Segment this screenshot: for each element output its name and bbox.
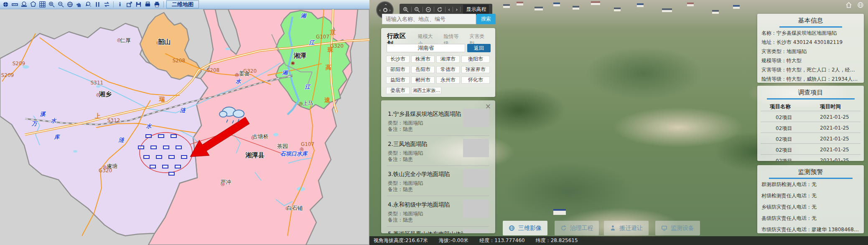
monitor-warning-panel: 监测预警 群测群防检测人电话：无 村级检测责任人电话：无 乡镇防灾责任人电话：无… [757, 165, 864, 233]
show-elevation-button[interactable]: 显示高程 [463, 5, 489, 14]
measure-distance-icon[interactable] [11, 1, 19, 8]
city-button[interactable]: 张家界市 [461, 66, 490, 73]
list-item-thumbnail[interactable] [463, 109, 489, 127]
city-button[interactable]: 永州市 [436, 77, 460, 84]
status-bar: 视角海拔高度:216.67米 海拔:-0.00米 经度：113.777460 纬… [369, 236, 868, 245]
monitor-row: 市级防灾责任人电话：廖建华 13808468606 [757, 226, 864, 233]
city-button[interactable]: 衡阳市 [461, 56, 490, 63]
monitor-row: 村级检测责任人电话：无 [757, 192, 864, 199]
place-label: 湘潭县 [246, 151, 265, 159]
city-button[interactable]: 益阳市 [386, 77, 410, 84]
zoom-in-icon[interactable] [403, 7, 409, 13]
pan-center-ring[interactable] [383, 8, 387, 12]
circle-minus-icon[interactable] [425, 7, 431, 13]
city-button[interactable]: 常德市 [436, 66, 460, 73]
info-icon[interactable]: i [116, 1, 124, 8]
refresh-icon [560, 225, 567, 231]
rotate-reset-icon[interactable] [437, 7, 443, 13]
svg-text:i: i [119, 1, 121, 8]
list-item-thumbnail[interactable] [463, 229, 489, 233]
list-item-title[interactable]: 2.三凤地面塌陷 [388, 140, 427, 148]
expressway-label: 速 [324, 97, 330, 104]
column-header: 项目名称 [770, 103, 791, 110]
list-item-thumbnail[interactable] [463, 139, 489, 157]
mode-button-label: 治理工程 [570, 225, 593, 232]
road-label: S312 [107, 117, 120, 123]
measure-polygon-icon[interactable] [29, 1, 37, 8]
city-button[interactable]: 湘潭市 [436, 56, 460, 63]
layers-icon[interactable] [2, 1, 10, 8]
mode-button-3d-imagery[interactable]: 三维影像 [503, 221, 547, 235]
save-icon[interactable] [135, 1, 143, 8]
city-button[interactable]: 郴州市 [411, 77, 435, 84]
mode-button-monitor-devices[interactable]: 监测设备 [655, 221, 700, 235]
city-button[interactable]: 长沙市 [386, 56, 410, 63]
table-cell[interactable]: 02项目 [776, 136, 792, 143]
mode-button-label: 监测设备 [671, 225, 694, 232]
printer-icon[interactable] [153, 1, 161, 8]
globe-icon[interactable] [66, 1, 74, 8]
table-cell[interactable]: 02项目 [776, 114, 792, 121]
pan-hand-icon[interactable] [75, 1, 83, 8]
city-button[interactable]: 娄底市 [386, 87, 410, 94]
zoom-out-icon[interactable] [414, 7, 420, 13]
table-cell: 2021-01-25 [820, 158, 849, 161]
province-button[interactable]: 湖南省 [387, 44, 465, 52]
city-button[interactable]: 邵阳市 [386, 66, 410, 73]
city-button[interactable]: 怀化市 [461, 77, 490, 84]
grid-icon[interactable] [38, 1, 46, 8]
zoom-previous-icon[interactable] [84, 1, 92, 8]
search-button[interactable]: 搜索 [476, 14, 496, 24]
info-row: 地址：长沙市 430124 430182119 [757, 39, 864, 46]
river-label: 江 [309, 39, 315, 46]
reservoir-label: 石坝口水库 [280, 150, 308, 158]
tab-2d-map[interactable]: 二维地图 [166, 0, 199, 8]
table-cell[interactable]: 02项目 [776, 125, 792, 132]
mode-button-relocation[interactable]: 搬迁避让 [604, 221, 649, 235]
basic-info-panel: 基本信息 名称：宁乡县煤炭坝地区地面塌陷 地址：长沙市 430124 43018… [757, 14, 864, 83]
mode-button-treatment-works[interactable]: 治理工程 [555, 221, 599, 235]
map-canvas[interactable]: ◎ ◎ ◎ ◉ ◎ ◎ ◎ ◎ ◉ ◎ ◎ ◎ 仁厚 韶山 湘乡 湘潭 姜畲 上… [0, 9, 369, 245]
road-label: G320 [99, 168, 112, 174]
road-label: S208 [173, 58, 186, 64]
globe-icon[interactable] [857, 2, 864, 10]
place-label: 白石铺 [287, 204, 303, 212]
list-item-thumbnail[interactable] [463, 169, 489, 187]
district-panel: 行政区划 规模大小 险情等级 灾害类型 湖南省 返回 长沙市 株洲市 湘潭市 衡… [381, 28, 495, 97]
city-button[interactable]: 岳阳市 [411, 66, 435, 73]
monitor-icon [661, 225, 667, 231]
pan-right-arrow[interactable]: › [389, 8, 391, 13]
arrow-right-icon[interactable]: › [456, 6, 458, 13]
list-item-title[interactable]: 4.永和初级中学地面塌陷 [388, 201, 450, 209]
swap-arrows-icon[interactable] [103, 1, 111, 8]
export-icon[interactable] [125, 1, 133, 8]
list-item-title[interactable]: 1.宁乡县煤炭坝地区地面塌陷 [388, 110, 461, 118]
list-item-thumbnail[interactable] [463, 199, 489, 218]
city-button[interactable]: 株洲市 [411, 56, 435, 63]
pan-left-arrow[interactable]: ‹ [379, 8, 381, 13]
river-label: 水 [236, 78, 241, 85]
back-button[interactable]: 返回 [467, 44, 491, 52]
zoom-out-icon[interactable] [57, 1, 65, 8]
app-stage: i 二维地图 [0, 0, 868, 245]
list-item-title[interactable]: 3.铁山完全小学地面塌陷 [388, 171, 450, 178]
arrow-left-icon[interactable]: ‹ [448, 6, 450, 13]
disaster-list-panel: × 1.宁乡县煤炭坝地区地面塌陷 类型：地面塌陷 备注：隐患 2.三凤地面塌陷 … [381, 100, 495, 233]
table-cell[interactable]: 02项目 [776, 158, 792, 161]
longitude: 经度：113.777460 [479, 237, 525, 244]
road-label: S208 [207, 67, 220, 73]
home-icon[interactable] [845, 2, 852, 10]
search-input[interactable] [382, 14, 476, 24]
list-item-title[interactable]: 5.芦淞区凤凰山体东南部山体滑坡 [388, 230, 472, 233]
monitor-row: 群测群防检测人电话：无 [757, 181, 864, 188]
map-2d-window: i 二维地图 [0, 0, 369, 245]
print-preview-icon[interactable] [144, 1, 152, 8]
measure-area-icon[interactable] [20, 1, 28, 8]
pause-icon[interactable] [94, 1, 102, 8]
pan-up-arrow[interactable]: ⌃ [384, 4, 387, 8]
table-cell[interactable]: 02项目 [776, 147, 792, 154]
map-3d-window[interactable]: ⌃ ⌄ ‹ › ‹ › 显示高程 [369, 0, 868, 245]
city-button[interactable]: 湘西土家族... [411, 87, 441, 94]
zoom-in-icon[interactable] [48, 1, 56, 8]
panel-title: 调查项目 [757, 86, 864, 97]
